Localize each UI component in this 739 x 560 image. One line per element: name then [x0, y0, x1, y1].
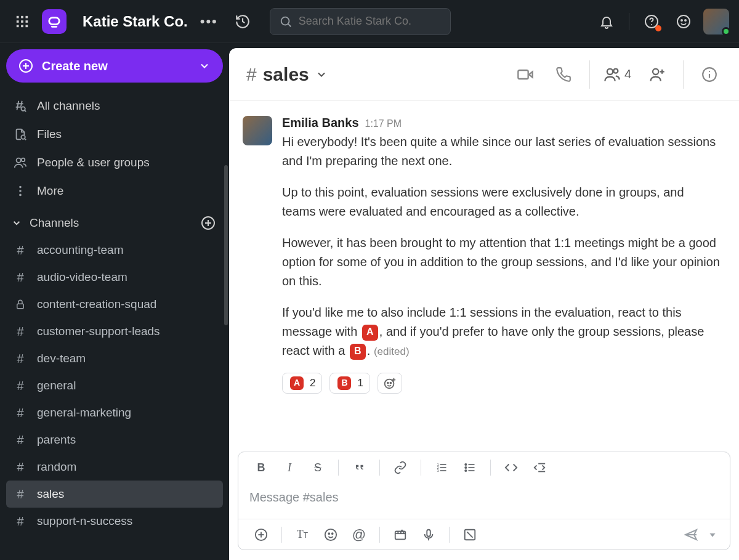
svg-point-25 — [21, 107, 25, 110]
channel-item-dev-team[interactable]: #dev-team — [6, 345, 223, 372]
svg-point-33 — [19, 194, 22, 197]
channel-item-content-creation-squad[interactable]: content-creation-squad — [6, 291, 223, 318]
quote-button[interactable] — [346, 457, 372, 479]
message-time: 1:17 PM — [365, 116, 402, 132]
channel-label: sales — [37, 487, 64, 501]
hash-icon: # — [14, 325, 27, 339]
emoji-button[interactable] — [318, 524, 344, 546]
channel-item-random[interactable]: #random — [6, 453, 223, 481]
hash-icon: # — [14, 514, 27, 529]
svg-point-64 — [465, 470, 467, 472]
edited-label: (edited) — [374, 346, 410, 357]
channel-item-general[interactable]: #general — [6, 372, 223, 399]
send-button[interactable] — [678, 524, 704, 546]
channel-item-sales[interactable]: #sales — [6, 481, 223, 508]
nav-all-channels[interactable]: All channels — [6, 92, 223, 120]
attach-button[interactable] — [248, 524, 274, 546]
people-icon — [14, 156, 27, 169]
hash-icon: # — [14, 379, 27, 393]
channel-name: sales — [263, 64, 309, 85]
bold-button[interactable]: B — [248, 457, 274, 479]
svg-line-26 — [25, 110, 26, 112]
channel-label: general — [37, 379, 76, 392]
channel-label: general-marketing — [37, 406, 131, 420]
notifications-icon[interactable] — [594, 9, 619, 34]
composer-actions: TT @ — [238, 519, 730, 550]
channel-item-support-n-success[interactable]: #support-n-success — [6, 508, 223, 535]
svg-point-47 — [709, 71, 710, 72]
search-bar[interactable] — [270, 8, 451, 35]
chevron-down-icon — [11, 217, 22, 229]
chevron-down-icon — [315, 68, 328, 81]
mention-button[interactable]: @ — [346, 524, 372, 546]
channel-item-accounting-team[interactable]: #accounting-team — [6, 237, 223, 264]
top-bar: Katie Stark Co. ••• — [0, 0, 739, 43]
search-input[interactable] — [299, 15, 442, 28]
nav-more[interactable]: More — [6, 177, 223, 205]
nav-label: All channels — [37, 99, 100, 113]
hash-icon: # — [14, 406, 27, 420]
help-icon[interactable] — [639, 9, 664, 34]
svg-marker-86 — [709, 533, 715, 537]
video-call-button[interactable] — [513, 62, 538, 87]
shortcuts-button[interactable] — [457, 524, 483, 546]
code-block-button[interactable] — [527, 457, 552, 479]
hash-search-icon — [14, 99, 27, 113]
sidebar-scrollbar[interactable] — [224, 165, 228, 325]
svg-rect-3 — [17, 20, 19, 23]
svg-marker-39 — [529, 71, 533, 77]
svg-point-70 — [325, 529, 336, 540]
add-reaction-button[interactable] — [378, 373, 402, 394]
members-button[interactable]: 4 — [604, 66, 631, 83]
channel-label: content-creation-squad — [37, 298, 156, 311]
nav-people[interactable]: People & user groups — [6, 149, 223, 176]
bullet-list-button[interactable] — [457, 457, 483, 479]
add-channel-button[interactable] — [201, 216, 216, 230]
apps-grid-icon[interactable] — [10, 9, 34, 34]
svg-point-40 — [607, 68, 613, 74]
add-member-button[interactable] — [645, 62, 669, 87]
channel-item-customer-support-leads[interactable]: #customer-support-leads — [6, 318, 223, 345]
strikethrough-button[interactable]: S — [305, 457, 331, 479]
workspace-name[interactable]: Katie Stark Co. — [83, 13, 188, 30]
numbered-list-button[interactable]: 123 — [429, 457, 454, 479]
channel-info-button[interactable] — [697, 62, 722, 87]
channels-header-label: Channels — [30, 216, 79, 230]
svg-rect-80 — [427, 529, 430, 536]
svg-point-14 — [651, 24, 652, 25]
app-logo[interactable] — [42, 9, 67, 34]
audio-clip-button[interactable] — [416, 524, 442, 546]
code-button[interactable] — [498, 457, 524, 479]
send-options-button[interactable] — [705, 524, 720, 546]
text-format-button[interactable]: TT — [289, 524, 315, 546]
history-icon[interactable] — [230, 9, 255, 34]
svg-point-41 — [613, 68, 618, 73]
channel-label: parents — [37, 433, 76, 447]
svg-line-24 — [21, 101, 22, 107]
italic-button[interactable]: I — [277, 457, 302, 479]
emoji-icon[interactable] — [671, 9, 696, 34]
link-button[interactable] — [387, 457, 413, 479]
channel-title[interactable]: # sales — [246, 64, 328, 85]
author-name[interactable]: Emilia Banks — [282, 113, 359, 132]
message: Emilia Banks 1:17 PM Hi everybody! It's … — [243, 113, 721, 394]
svg-line-23 — [17, 101, 19, 110]
svg-rect-2 — [26, 15, 28, 18]
channel-item-parents[interactable]: #parents — [6, 426, 223, 453]
search-icon — [279, 15, 293, 28]
phone-call-button[interactable] — [551, 62, 576, 87]
channel-item-audio-video-team[interactable]: #audio-video-team — [6, 264, 223, 291]
hash-icon: # — [14, 460, 27, 474]
create-new-label: Create new — [42, 59, 108, 73]
channels-section-header[interactable]: Channels — [6, 206, 223, 235]
video-clip-button[interactable] — [387, 524, 413, 546]
nav-files[interactable]: Files — [6, 121, 223, 148]
create-new-button[interactable]: Create new — [6, 49, 223, 83]
user-avatar[interactable] — [703, 9, 729, 34]
composer-input[interactable]: Message #sales — [238, 483, 730, 519]
reaction-a[interactable]: A 2 — [282, 373, 322, 394]
author-avatar[interactable] — [243, 116, 272, 145]
channel-item-general-marketing[interactable]: #general-marketing — [6, 399, 223, 426]
workspace-more-icon[interactable]: ••• — [200, 14, 218, 30]
reaction-b[interactable]: B 1 — [329, 373, 370, 394]
